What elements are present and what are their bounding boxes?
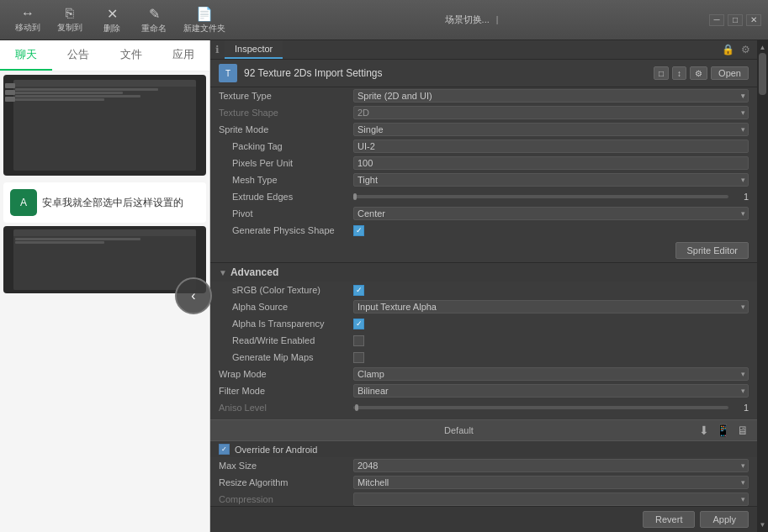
back-arrow-button[interactable]: ‹ (175, 277, 209, 314)
open-button[interactable]: Open (711, 66, 749, 80)
bottom-buttons-row: Revert Apply (210, 506, 757, 532)
info-icon: ℹ (210, 40, 225, 59)
aniso-slider[interactable] (353, 406, 728, 409)
panel-settings-icon[interactable]: ⚙ (738, 40, 754, 59)
max-size-select[interactable]: 2048 (353, 459, 749, 472)
tab-files[interactable]: 文件 (105, 40, 157, 71)
move-button[interactable]: ↔ 移动到 (7, 3, 49, 37)
pixels-per-unit-label: Pixels Per Unit (232, 158, 353, 168)
panel-icon-2[interactable]: ↕ (672, 66, 686, 80)
extrude-edges-label: Extrude Edges (232, 192, 353, 202)
prop-row-max-size: Max Size 2048 ▾ (210, 457, 757, 474)
sprite-mode-select[interactable]: Single (353, 123, 749, 136)
texture-shape-label: Texture Shape (219, 108, 353, 118)
avatar: A (10, 189, 37, 216)
top-toolbar: ↔ 移动到 ⎘ 复制到 ✕ 删除 ✎ 重命名 📄 新建文件夹 场景切换... |… (0, 0, 768, 40)
mip-maps-label: Generate Mip Maps (232, 352, 353, 362)
aniso-label: Aniso Level (219, 403, 353, 413)
gen-physics-label: Generate Physics Shape (232, 225, 353, 235)
separator-1: | (496, 15, 499, 24)
read-write-checkbox[interactable] (353, 335, 364, 346)
default-platform-bar: Default ⬇ 📱 🖥 (210, 419, 757, 441)
extrude-slider[interactable] (353, 195, 728, 198)
inspector-panel: ℹ Inspector 🔒 ⚙ T 92 Texture 2Ds Import … (210, 40, 757, 532)
sprite-editor-row: Sprite Editor (210, 239, 757, 262)
texture-type-select[interactable]: Sprite (2D and UI) (353, 89, 749, 103)
prop-row-wrap-mode: Wrap Mode Clamp ▾ (210, 366, 757, 382)
rename-icon: ✎ (149, 6, 160, 22)
window-minimize[interactable]: ─ (709, 14, 724, 26)
override-header[interactable]: ✓ Override for Android (210, 441, 757, 457)
advanced-label: Advanced (230, 266, 278, 278)
prop-row-gen-physics: Generate Physics Shape ✓ (210, 222, 757, 239)
scroll-up-btn[interactable]: ▲ (757, 42, 768, 53)
prop-row-pixels-per-unit: Pixels Per Unit (210, 155, 757, 171)
compression-label: Compression (219, 494, 353, 504)
pixels-per-unit-input[interactable] (353, 156, 749, 170)
right-scrollbar[interactable]: ▲ ▼ (757, 40, 768, 532)
desktop-icon[interactable]: 🖥 (737, 424, 749, 437)
window-maximize[interactable]: □ (728, 14, 743, 26)
prop-row-srgb: sRGB (Color Texture) ✓ (210, 282, 757, 298)
device-screen-1 (3, 75, 206, 176)
texture-shape-select[interactable]: 2D (353, 106, 749, 119)
tab-apps[interactable]: 应用 (157, 40, 209, 71)
sprite-editor-button[interactable]: Sprite Editor (675, 242, 749, 259)
prop-row-filter-mode: Filter Mode Bilinear ▾ (210, 382, 757, 399)
srgb-checkbox[interactable]: ✓ (353, 285, 364, 296)
advanced-section-header[interactable]: ▼ Advanced (210, 262, 757, 282)
prop-row-packing-tag: Packing Tag (210, 138, 757, 155)
left-panel: 聊天 公告 文件 应用 (0, 40, 210, 532)
apply-button[interactable]: Apply (700, 511, 749, 528)
prop-row-alpha-transparency: Alpha Is Transparency ✓ (210, 315, 757, 332)
override-checkbox[interactable]: ✓ (219, 444, 230, 455)
mip-maps-checkbox[interactable] (353, 352, 364, 363)
revert-button[interactable]: Revert (643, 511, 695, 528)
filter-mode-select[interactable]: Bilinear (353, 384, 749, 398)
alpha-source-select[interactable]: Input Texture Alpha (353, 300, 749, 313)
tab-announce[interactable]: 公告 (52, 40, 104, 71)
panel-icon-1[interactable]: □ (654, 66, 669, 80)
new-folder-icon: 📄 (196, 6, 213, 22)
tab-inspector[interactable]: Inspector (225, 40, 283, 59)
back-arrow-icon: ‹ (191, 288, 195, 303)
panel-icon-3[interactable]: ⚙ (690, 66, 707, 80)
alpha-source-label: Alpha Source (232, 302, 353, 312)
prop-row-texture-type: Texture Type Sprite (2D and UI) ▾ (210, 87, 757, 104)
chat-name: 安卓我就全部选中后这样设置的 (42, 196, 183, 210)
copy-button[interactable]: ⎘ 复制到 (49, 3, 91, 37)
prop-row-resize: Resize Algorithm Mitchell ▾ (210, 474, 757, 491)
panel-lock-icon[interactable]: 🔒 (718, 40, 738, 59)
mesh-type-select[interactable]: Tight (353, 173, 749, 187)
packing-tag-label: Packing Tag (232, 141, 353, 151)
compression-select[interactable] (353, 492, 749, 506)
scroll-track[interactable] (757, 53, 768, 519)
window-close[interactable]: ✕ (746, 14, 761, 26)
gen-physics-checkbox[interactable]: ✓ (353, 225, 364, 236)
asset-title: 92 Texture 2Ds Import Settings (244, 67, 647, 79)
mesh-type-label: Mesh Type (232, 175, 353, 185)
menu-item-1[interactable]: 场景切换... (445, 13, 490, 26)
download-icon[interactable]: ⬇ (699, 424, 709, 437)
wrap-mode-select[interactable]: Clamp (353, 367, 749, 381)
new-folder-button[interactable]: 📄 新建文件夹 (175, 3, 234, 38)
delete-button[interactable]: ✕ 删除 (91, 3, 133, 38)
scroll-down-btn[interactable]: ▼ (757, 519, 768, 530)
texture-type-label: Texture Type (219, 91, 353, 101)
pivot-select[interactable]: Center (353, 207, 749, 220)
properties-scroll[interactable]: Texture Type Sprite (2D and UI) ▾ Textur… (210, 87, 757, 506)
resize-select[interactable]: Mitchell (353, 476, 749, 489)
device-screen-2 (3, 226, 206, 293)
asset-title-row: T 92 Texture 2Ds Import Settings □ ↕ ⚙ O… (210, 60, 757, 87)
prop-row-alpha-source: Alpha Source Input Texture Alpha ▾ (210, 298, 757, 315)
mobile-icon[interactable]: 📱 (716, 424, 730, 437)
chat-message-item[interactable]: A 安卓我就全部选中后这样设置的 (3, 182, 206, 223)
packing-tag-input[interactable] (353, 140, 749, 153)
prop-row-extrude-edges: Extrude Edges 1 (210, 188, 757, 205)
chat-content: ‹ A 安卓我就全部选中后这样设置的 (0, 71, 209, 532)
rename-button[interactable]: ✎ 重命名 (133, 3, 175, 38)
inspector-tabs-bar: ℹ Inspector 🔒 ⚙ (210, 40, 757, 60)
tab-chat[interactable]: 聊天 (0, 40, 52, 71)
scroll-thumb[interactable] (759, 53, 766, 95)
alpha-transparency-checkbox[interactable]: ✓ (353, 319, 364, 329)
